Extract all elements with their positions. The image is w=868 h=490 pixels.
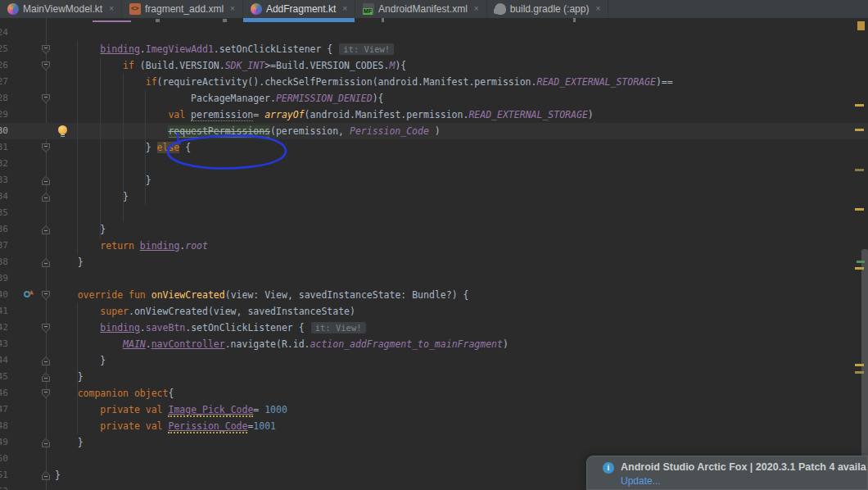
- code-text: if(requireActivity().checkSelfPermission…: [146, 74, 673, 90]
- code-line[interactable]: 31} else {: [0, 139, 868, 156]
- code-line[interactable]: 28PackageManager.PERMISSION_DENIED){: [0, 90, 868, 107]
- code-line[interactable]: 32: [0, 156, 868, 172]
- update-link[interactable]: Update...: [621, 475, 661, 487]
- error-stripe-mark[interactable]: [855, 267, 864, 270]
- clipped-code-fragment: [573, 18, 576, 22]
- code-line[interactable]: 36}: [0, 221, 868, 238]
- code-line[interactable]: 44}: [0, 352, 868, 369]
- fold-open-icon[interactable]: [42, 143, 50, 152]
- parameter-hint-badge: it: View!: [339, 43, 394, 55]
- fold-close-icon[interactable]: [42, 225, 50, 234]
- code-line[interactable]: 41super.onViewCreated(view, savedInstanc…: [0, 303, 868, 320]
- error-stripe-mark[interactable]: [855, 129, 864, 131]
- line-number: 35: [0, 205, 8, 221]
- code-text: }: [78, 369, 84, 385]
- tab-close-icon[interactable]: ×: [342, 5, 347, 13]
- parameter-hint-badge: it: View!: [311, 322, 366, 333]
- error-stripe-mark[interactable]: [857, 21, 865, 30]
- clipped-code-fragment: [93, 20, 131, 22]
- code-text: }: [123, 188, 129, 205]
- tab-label: build.gradle (:app): [510, 3, 590, 15]
- code-line[interactable]: 42binding.saveBtn.setOnClickListener {it…: [0, 320, 868, 336]
- indent-guide: [145, 90, 146, 205]
- line-number: 36: [0, 221, 8, 238]
- error-stripe-mark[interactable]: [855, 208, 864, 211]
- code-text: }: [146, 172, 151, 188]
- code-line[interactable]: 34}: [0, 188, 868, 205]
- code-line[interactable]: 39: [0, 270, 868, 287]
- line-number: 49: [0, 434, 8, 451]
- code-line[interactable]: 27if(requireActivity().checkSelfPermissi…: [0, 74, 868, 90]
- line-number: 33: [0, 172, 8, 188]
- code-line[interactable]: 48private val Perission_Code=1001: [0, 418, 868, 434]
- indent-guide: [100, 57, 101, 238]
- code-line[interactable]: 40▲override fun onViewCreated(view: View…: [0, 287, 868, 303]
- fold-close-icon[interactable]: [42, 356, 50, 365]
- line-number: 37: [0, 238, 8, 254]
- line-number: 46: [0, 385, 8, 402]
- code-line[interactable]: 46companion object{: [0, 385, 868, 402]
- fold-open-icon[interactable]: [42, 324, 50, 333]
- tab-addfragment-kt[interactable]: AddFragment.kt×: [243, 0, 355, 18]
- code-line[interactable]: 47private val Image_Pick_Code= 1000: [0, 402, 868, 418]
- error-stripe-mark[interactable]: [855, 371, 864, 374]
- fold-close-icon[interactable]: [42, 258, 50, 267]
- code-line[interactable]: 25binding.ImegViewAdd1.setOnClickListene…: [0, 41, 868, 57]
- tab-fragment-add-xml[interactable]: fragment_add.xml×: [122, 0, 243, 18]
- tab-close-icon[interactable]: ×: [474, 5, 479, 13]
- code-line[interactable]: 37return binding.root: [0, 238, 868, 254]
- code-line[interactable]: 35: [0, 205, 868, 221]
- fold-open-icon[interactable]: [42, 61, 50, 70]
- tab-build-gradle-app-[interactable]: build.gradle (:app)×: [487, 0, 609, 18]
- notification-title: Android Studio Arctic Fox | 2020.3.1 Pat…: [621, 461, 866, 473]
- fold-open-icon[interactable]: [42, 389, 50, 398]
- tab-mainviewmodel-kt[interactable]: MainViewModel.kt×: [0, 0, 122, 18]
- code-line[interactable]: 26if (Build.VERSION.SDK_INT>=Build.VERSI…: [0, 57, 868, 74]
- line-number: 40: [0, 287, 8, 303]
- code-text: MAIN.navController.navigate(R.id.action_…: [123, 336, 509, 352]
- code-text: if (Build.VERSION.SDK_INT>=Build.VERSION…: [123, 57, 406, 74]
- code-line[interactable]: 33}: [0, 172, 868, 188]
- code-line[interactable]: 29val peremission= arrayOf(android.Manif…: [0, 107, 868, 123]
- error-stripe-mark[interactable]: [855, 364, 864, 366]
- tab-label: AddFragment.kt: [266, 3, 336, 15]
- hand-drawn-circle-annotation: [160, 133, 296, 174]
- error-stripe-mark[interactable]: [855, 169, 864, 171]
- fold-close-icon[interactable]: [42, 193, 50, 202]
- line-number: 39: [0, 270, 8, 287]
- fold-close-icon[interactable]: [42, 438, 50, 447]
- kotlin-file-icon: [7, 3, 19, 15]
- code-line[interactable]: 24: [0, 25, 868, 41]
- code-text: val peremission= arrayOf(android.Manifes…: [168, 107, 593, 123]
- fold-open-icon[interactable]: [42, 45, 50, 54]
- line-number: 32: [0, 156, 8, 172]
- code-line[interactable]: 49}: [0, 434, 868, 451]
- fold-close-icon[interactable]: [42, 373, 50, 382]
- fold-close-icon[interactable]: [42, 176, 50, 185]
- error-stripe-mark[interactable]: [855, 104, 864, 107]
- fold-open-icon[interactable]: [42, 291, 50, 300]
- tab-close-icon[interactable]: ×: [230, 5, 235, 13]
- code-text: binding.ImegViewAdd1.setOnClickListener …: [100, 41, 394, 57]
- line-number: 48: [0, 418, 8, 434]
- fold-close-icon[interactable]: [42, 471, 50, 480]
- indent-guide: [77, 41, 78, 254]
- error-stripe-mark[interactable]: [857, 261, 865, 263]
- code-line[interactable]: 30requestPermissions(peremission, Periss…: [0, 123, 868, 139]
- clipped-code-fragment: [156, 19, 160, 22]
- line-number: 44: [0, 352, 8, 369]
- code-editor[interactable]: 2425binding.ImegViewAdd1.setOnClickListe…: [0, 18, 868, 490]
- indent-guide: [123, 74, 124, 221]
- overrides-method-icon[interactable]: ▲: [24, 290, 33, 299]
- line-number: 30: [0, 123, 8, 139]
- tab-close-icon[interactable]: ×: [109, 5, 114, 13]
- code-text: private val Image_Pick_Code= 1000: [100, 402, 287, 418]
- line-number: 52: [0, 483, 8, 490]
- fold-open-icon[interactable]: [42, 94, 50, 103]
- tab-androidmanifest-xml[interactable]: AndroidManifest.xml×: [355, 0, 487, 18]
- code-line[interactable]: 45}: [0, 369, 868, 385]
- tab-close-icon[interactable]: ×: [595, 5, 600, 13]
- code-line[interactable]: 38}: [0, 254, 868, 270]
- code-line[interactable]: 43MAIN.navController.navigate(R.id.actio…: [0, 336, 868, 352]
- intention-lightbulb-icon[interactable]: [57, 125, 68, 136]
